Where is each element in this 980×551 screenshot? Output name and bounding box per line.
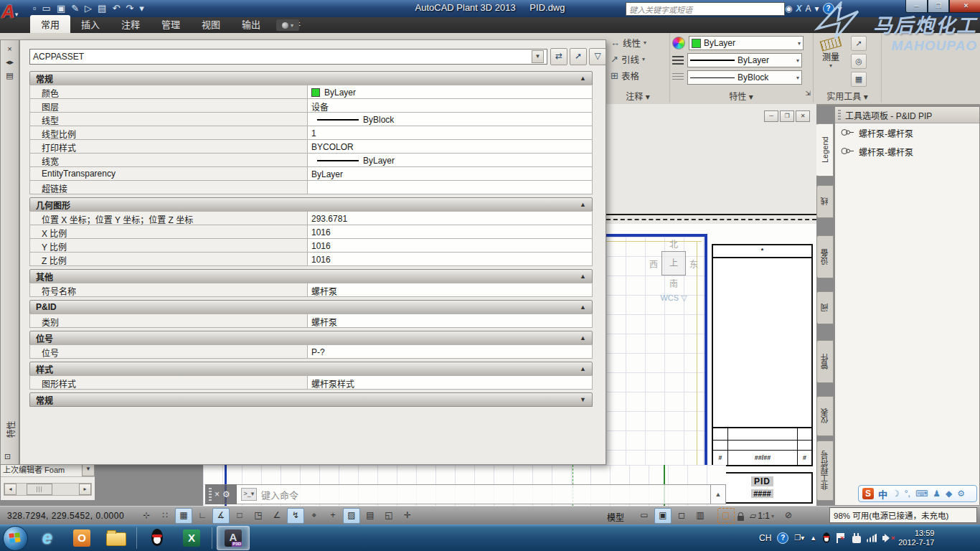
section-header[interactable]: 样式▲ [29, 362, 593, 376]
polar-toggle[interactable]: ∡ [212, 508, 230, 524]
viewcube-north[interactable]: 北 [644, 237, 704, 250]
ribbon-tab-管理[interactable]: 管理 [151, 15, 191, 33]
start-button[interactable] [3, 526, 28, 551]
leader-button[interactable]: ↗ 引线 ▾ [611, 52, 665, 66]
ribbon-tab-注释[interactable]: 注释 [110, 15, 151, 33]
maximize-button[interactable]: ❐ [928, 0, 949, 13]
palette-properties-icon[interactable]: ⊡ [4, 452, 11, 461]
property-value[interactable]: ByLayer [308, 85, 593, 99]
volume-muted-icon[interactable]: × [882, 534, 892, 542]
selection-cycling-toggle[interactable]: ◱ [380, 508, 397, 524]
property-value[interactable]: ByBlock [308, 112, 593, 126]
section-header[interactable]: 常规▼ [29, 392, 593, 407]
pickadd-toggle-icon[interactable]: ⇄ [550, 48, 567, 65]
otrack-toggle[interactable]: ∠ [268, 508, 286, 524]
section-collapse-icon[interactable]: ▲ [580, 303, 586, 311]
scrollbar-thumb[interactable] [27, 484, 52, 495]
keyboard-icon[interactable]: ⌨ [915, 489, 928, 499]
autohide-icon[interactable]: ◂▸ [1, 57, 19, 67]
horizontal-scrollbar[interactable]: ◂ ▸ [4, 483, 92, 496]
lock-icon[interactable] [738, 516, 744, 521]
palette-menu-icon[interactable]: ▤ [1, 71, 19, 80]
section-header[interactable]: 其他▲ [29, 269, 593, 283]
tool-palette-tab-设备[interactable]: 设备 [816, 235, 834, 278]
section-collapse-icon[interactable]: ▲ [580, 334, 586, 342]
scroll-right-button[interactable]: ▸ [79, 484, 91, 495]
viewcube-top[interactable]: 上 [661, 251, 686, 276]
tool-palette-tab-管件[interactable]: 管件 [816, 340, 834, 383]
property-value[interactable]: 1 [308, 126, 593, 140]
annotation-monitor-toggle[interactable]: ✛ [399, 508, 416, 524]
grid-toggle[interactable]: ▦ [175, 508, 192, 524]
taskbar-app-ie[interactable]: e [32, 527, 63, 550]
input-language-toggle[interactable]: 中 [878, 487, 887, 501]
linetype-control[interactable]: ByBlock ▾ [672, 70, 810, 85]
select-objects-icon[interactable]: ➚ [570, 48, 587, 65]
close-button[interactable]: ✕ [949, 0, 980, 13]
section-collapse-icon[interactable]: ▲ [580, 75, 586, 82]
property-value[interactable]: P-? [308, 344, 593, 359]
media-button[interactable]: ▾ [276, 19, 299, 31]
person-icon[interactable]: ♟ [933, 489, 941, 499]
tool-palette-tab-阀[interactable]: 阀 [816, 291, 834, 324]
property-value[interactable]: 螺杆泵 [308, 283, 593, 297]
scroll-left-button[interactable]: ◂ [4, 484, 17, 495]
osnap-toggle[interactable]: □ [231, 508, 248, 524]
punctuation-icon[interactable]: °, [905, 489, 910, 499]
measure-button[interactable]: 测量 ▾ [815, 34, 847, 69]
property-value[interactable]: ByLayer [308, 153, 593, 167]
property-value[interactable]: BYCOLOR [308, 139, 593, 154]
language-indicator[interactable]: CH [759, 533, 771, 543]
3dosnap-toggle[interactable]: ◳ [250, 508, 267, 524]
dyn-toggle[interactable]: ⌖ [306, 508, 323, 524]
chevron-down-icon[interactable]: ▼ [532, 50, 544, 63]
palette-title-strip[interactable]: ×◂▸▤特性 ⊡ [0, 39, 19, 465]
section-header[interactable]: 几何图形▲ [29, 197, 593, 212]
linear-dimension-button[interactable]: ↔ 线性 ▾ [611, 36, 665, 50]
help-tray-icon[interactable]: ? [777, 532, 788, 544]
network-signal-icon[interactable] [867, 534, 877, 542]
ducs-toggle[interactable]: ↯ [287, 508, 304, 524]
transparency-toggle[interactable]: ▨ [343, 508, 360, 524]
quickview-layouts-icon[interactable]: ▭ [636, 508, 653, 524]
doc-close-button[interactable]: ✕ [796, 110, 810, 122]
application-menu-button[interactable]: A ▾ [1, 1, 27, 31]
ribbon-tab-插入[interactable]: 插入 [70, 15, 110, 33]
show-hidden-icons-button[interactable]: ▲ [810, 534, 816, 542]
property-value[interactable]: 1016 [308, 252, 593, 266]
ortho-toggle[interactable]: ∟ [194, 508, 211, 524]
quickview-drawings-icon[interactable]: ▣ [654, 508, 672, 524]
autodesk360-icon[interactable]: A [806, 4, 811, 14]
drawing-area[interactable]: ─ ❐ ✕ 北 西 上 东 南 WCS ▽ * [606, 104, 816, 506]
section-collapse-icon[interactable]: ▲ [580, 201, 586, 208]
taskbar-app-plant3d[interactable]: AP3D [217, 526, 250, 550]
qq-tray-icon[interactable] [822, 532, 831, 544]
tool-palette-tab-仪表[interactable]: 仪表 [816, 396, 834, 436]
toolbox-icon[interactable]: ⚙ [957, 489, 965, 499]
wrench-icon[interactable]: ⚙ [222, 489, 230, 499]
tool-palette-tab-线[interactable]: 线 [816, 185, 834, 218]
viewcube-west[interactable]: 西 [649, 258, 658, 270]
moon-icon[interactable]: ☽ [892, 489, 900, 499]
help-icon[interactable]: ? [823, 3, 834, 14]
model-button[interactable]: 模型 [607, 511, 624, 523]
lwt-toggle[interactable]: + [324, 508, 341, 524]
exchange-icon[interactable]: X [796, 4, 801, 14]
dropdown-icon[interactable]: ▾ [838, 4, 842, 14]
viewcube[interactable]: 北 西 上 东 南 WCS ▽ [644, 237, 704, 316]
property-value[interactable]: 1016 [308, 225, 593, 239]
color-dropdown[interactable]: ByLayer ▾ [689, 36, 804, 50]
tool-palette-header[interactable]: 工具选项板 - P&ID PIP [835, 107, 979, 123]
paper-model-icon[interactable]: ◻ [673, 508, 690, 524]
section-collapse-icon[interactable]: ▲ [580, 273, 586, 280]
tool-palette-tab-Legend[interactable]: Legend [816, 123, 834, 176]
section-collapse-icon[interactable]: ▲ [580, 365, 586, 372]
minimize-button[interactable]: ─ [905, 0, 928, 13]
isolate-objects-icon[interactable]: ⊘ [780, 508, 797, 524]
clock[interactable]: 13:59 2012-7-17 [898, 529, 934, 547]
binoculars-icon[interactable]: ◉ [785, 4, 792, 14]
taskbar-app-explorer[interactable] [100, 527, 132, 550]
command-line-grip[interactable]: × ⚙ [205, 484, 237, 504]
sheets-icon[interactable]: ▥ [692, 508, 709, 524]
dropdown-icon[interactable]: ▾ [815, 4, 819, 14]
